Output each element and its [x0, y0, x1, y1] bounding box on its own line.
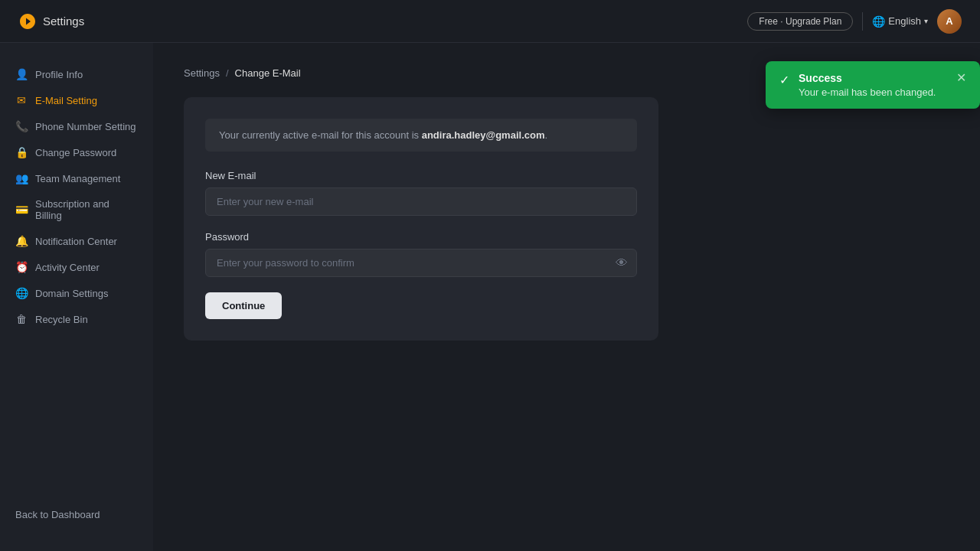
current-email-period: . — [544, 129, 547, 141]
sidebar-item-profile-info[interactable]: 👤Profile Info — [0, 61, 153, 87]
notification-center-label: Notification Center — [35, 236, 117, 247]
password-input[interactable] — [205, 249, 637, 277]
sidebar-item-activity-center[interactable]: ⏰Activity Center — [0, 254, 153, 280]
current-email-notice: Your currently active e-mail for this ac… — [205, 119, 637, 152]
breadcrumb-current: Change E-Mail — [235, 67, 301, 79]
form-card: Your currently active e-mail for this ac… — [184, 97, 658, 341]
back-to-dashboard[interactable]: Back to Dashboard — [0, 497, 153, 533]
recycle-bin-icon: 🗑 — [15, 313, 28, 325]
team-management-label: Team Management — [35, 173, 120, 184]
language-label: English — [888, 15, 921, 27]
sidebar-item-team-management[interactable]: 👥Team Management — [0, 165, 153, 191]
breadcrumb-separator: / — [226, 67, 229, 79]
team-management-icon: 👥 — [15, 172, 28, 184]
main-layout: 👤Profile Info✉E-Mail Setting📞Phone Numbe… — [0, 43, 980, 551]
recycle-bin-label: Recycle Bin — [35, 314, 88, 325]
phone-number-setting-label: Phone Number Setting — [35, 121, 136, 132]
subscription-billing-label: Subscription and Billing — [35, 198, 138, 221]
subscription-billing-icon: 💳 — [15, 204, 28, 216]
header-separator — [862, 12, 863, 31]
chevron-down-icon: ▾ — [924, 17, 928, 25]
sidebar-item-notification-center[interactable]: 🔔Notification Center — [0, 228, 153, 254]
change-password-icon: 🔒 — [15, 146, 28, 158]
email-setting-label: E-Mail Setting — [35, 95, 97, 106]
toast-close-button[interactable]: ✕ — [956, 72, 966, 84]
avatar[interactable]: A — [937, 9, 962, 34]
sidebar-nav: 👤Profile Info✉E-Mail Setting📞Phone Numbe… — [0, 61, 153, 497]
success-toast: ✓ Success Your e-mail has been changed. … — [766, 61, 980, 109]
current-email-address: andira.hadley@gmail.com — [422, 129, 545, 141]
toast-title: Success — [799, 72, 947, 84]
content-area: Settings / Change E-Mail Your currently … — [153, 43, 980, 551]
sidebar-item-phone-number-setting[interactable]: 📞Phone Number Setting — [0, 113, 153, 139]
password-label: Password — [205, 231, 637, 243]
success-icon: ✓ — [779, 73, 789, 87]
password-group: Password 👁 — [205, 231, 637, 277]
sidebar-item-email-setting[interactable]: ✉E-Mail Setting — [0, 87, 153, 113]
password-wrapper: 👁 — [205, 249, 637, 277]
header-right: Free · Upgrade Plan 🌐 English ▾ A — [747, 9, 962, 34]
logo-icon — [18, 12, 37, 31]
toast-message: Your e-mail has been changed. — [799, 86, 947, 98]
domain-settings-label: Domain Settings — [35, 288, 108, 299]
activity-center-label: Activity Center — [35, 262, 100, 273]
activity-center-icon: ⏰ — [15, 261, 28, 273]
globe-icon: 🌐 — [872, 15, 885, 28]
email-setting-icon: ✉ — [15, 94, 28, 106]
breadcrumb-parent[interactable]: Settings — [184, 67, 220, 79]
app-title: Settings — [43, 15, 84, 28]
header: Settings Free · Upgrade Plan 🌐 English ▾… — [0, 0, 980, 43]
phone-number-setting-icon: 📞 — [15, 120, 28, 132]
sidebar-item-subscription-billing[interactable]: 💳Subscription and Billing — [0, 191, 153, 228]
header-left: Settings — [18, 12, 84, 31]
upgrade-button[interactable]: Free · Upgrade Plan — [747, 12, 853, 31]
new-email-input[interactable] — [205, 187, 637, 216]
sidebar: 👤Profile Info✉E-Mail Setting📞Phone Numbe… — [0, 43, 153, 551]
password-toggle-button[interactable]: 👁 — [616, 256, 628, 270]
sidebar-item-domain-settings[interactable]: 🌐Domain Settings — [0, 280, 153, 306]
toast-content: Success Your e-mail has been changed. — [799, 72, 947, 98]
current-email-text: Your currently active e-mail for this ac… — [219, 129, 422, 141]
continue-button[interactable]: Continue — [205, 292, 282, 319]
domain-settings-icon: 🌐 — [15, 287, 28, 299]
new-email-label: New E-mail — [205, 170, 637, 181]
sidebar-item-recycle-bin[interactable]: 🗑Recycle Bin — [0, 306, 153, 332]
profile-info-label: Profile Info — [35, 69, 83, 80]
sidebar-item-change-password[interactable]: 🔒Change Password — [0, 139, 153, 165]
profile-info-icon: 👤 — [15, 68, 28, 80]
change-password-label: Change Password — [35, 147, 116, 158]
new-email-group: New E-mail — [205, 170, 637, 216]
language-selector[interactable]: 🌐 English ▾ — [872, 15, 928, 28]
notification-center-icon: 🔔 — [15, 235, 28, 247]
